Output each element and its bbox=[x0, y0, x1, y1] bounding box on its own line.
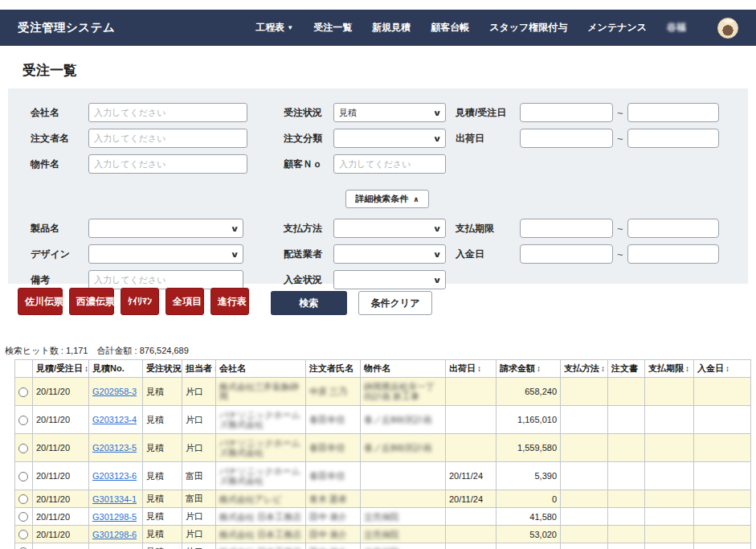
deposit-date-from-input[interactable] bbox=[520, 244, 613, 264]
redacted-company: 株式会社 日本工務店 bbox=[219, 530, 302, 539]
remarks-input[interactable] bbox=[88, 270, 243, 289]
chevron-down-icon: ∨ bbox=[432, 224, 441, 233]
row-radio[interactable] bbox=[18, 387, 28, 397]
col-deposit-date[interactable]: 入金日↕ bbox=[694, 360, 751, 378]
deposit-date-label: 入金日 bbox=[456, 248, 520, 261]
nav-item-staff-permission[interactable]: スタッフ権限付与 bbox=[489, 21, 567, 35]
sort-icon: ↕ bbox=[685, 364, 689, 373]
hit-count-label: 検索ヒット数 : bbox=[5, 346, 66, 355]
sagawa-slip-button[interactable]: 佐川伝票 bbox=[18, 288, 63, 315]
clear-conditions-button[interactable]: 条件クリア bbox=[358, 291, 432, 315]
main-nav: 工程表▼ 受注一覧 新規見積 顧客台帳 スタッフ権限付与 メンテナンス 谷福 bbox=[255, 18, 738, 39]
redacted-orderer: 田中 康介 bbox=[309, 512, 357, 522]
table-row: 20/11/20 G301298-7 見積 片口 株式会社 日本工務店 田中 康… bbox=[15, 543, 751, 549]
quote-no-link[interactable]: G301298-6 bbox=[92, 530, 137, 539]
row-radio[interactable] bbox=[18, 444, 28, 453]
order-status-select[interactable]: 見積 ∨ bbox=[333, 103, 446, 122]
ship-date-from-input[interactable] bbox=[520, 129, 613, 148]
col-ship-date[interactable]: 出荷日↕ bbox=[446, 360, 497, 378]
quote-order-date-to-input[interactable] bbox=[627, 103, 719, 122]
order-results-table: 見積/受注日↕ 見積No. 受注状況 担当者↕ 会社名 注文者氏名 物件名 出荷… bbox=[14, 359, 751, 549]
order-category-select[interactable]: ∨ bbox=[333, 129, 446, 148]
customer-no-input[interactable] bbox=[333, 154, 446, 174]
quote-no-link[interactable]: G301334-1 bbox=[92, 494, 137, 504]
payment-due-from-input[interactable] bbox=[520, 219, 613, 238]
total-value: 876,524,689 bbox=[140, 346, 189, 355]
ship-date-to-input[interactable] bbox=[627, 129, 719, 148]
company-name-label: 会社名 bbox=[31, 106, 88, 120]
col-staff[interactable]: 担当者↕ bbox=[182, 360, 216, 378]
range-tilde: ~ bbox=[617, 223, 623, 235]
orderer-name-input[interactable] bbox=[88, 129, 247, 148]
seino-slip-button[interactable]: 西濃伝票 bbox=[69, 288, 114, 315]
redacted-orderer: 青木 憲孝 bbox=[309, 494, 357, 504]
col-property: 物件名 bbox=[361, 360, 446, 378]
payment-due-to-input[interactable] bbox=[627, 219, 719, 238]
caret-down-icon: ▼ bbox=[287, 24, 293, 31]
nav-item-new-quote[interactable]: 新規見積 bbox=[372, 21, 411, 35]
property-name-input[interactable] bbox=[88, 154, 247, 174]
design-select[interactable]: ∨ bbox=[88, 244, 243, 264]
col-payment-due[interactable]: 支払期限↕ bbox=[645, 360, 694, 378]
table-row: 20/11/20 G301298-6 見積 片口 株式会社 日本工務店 田中 康… bbox=[15, 526, 751, 543]
col-amount[interactable]: 請求金額↕ bbox=[497, 360, 561, 378]
progress-table-button[interactable]: 進行表 bbox=[210, 288, 249, 315]
row-radio[interactable] bbox=[18, 494, 28, 504]
chevron-down-icon: ∨ bbox=[230, 250, 239, 259]
quote-no-link[interactable]: G301298-5 bbox=[92, 512, 137, 522]
chevron-down-icon: ∨ bbox=[432, 250, 441, 259]
col-order-doc: 注文書 bbox=[608, 360, 645, 378]
deposit-status-row: 入金状況 ∨ bbox=[284, 270, 446, 289]
deposit-status-label: 入金状況 bbox=[284, 273, 333, 287]
row-radio[interactable] bbox=[18, 472, 28, 481]
deposit-date-row: 入金日 ~ bbox=[456, 244, 719, 264]
shipper-select[interactable]: ∨ bbox=[333, 244, 446, 264]
nav-item-customer-ledger[interactable]: 顧客台帳 bbox=[431, 21, 469, 35]
quote-no-link[interactable]: G203123-4 bbox=[92, 415, 137, 424]
chevron-down-icon: ∨ bbox=[432, 109, 441, 117]
remarks-label: 備考 bbox=[31, 273, 88, 287]
redacted-property: 春ノ丘B街区計画 bbox=[364, 415, 442, 424]
orderer-name-label: 注文者名 bbox=[31, 132, 88, 145]
table-row: 20/11/20 G202958-3 見積 片口 株式会社三井装飾静岡 中原 三… bbox=[15, 378, 751, 406]
table-row: 20/11/20 G203123-6 見積 富田 パナソニックホームズ株式会社 … bbox=[15, 462, 751, 490]
quote-order-date-row: 見積/受注日 ~ bbox=[456, 103, 719, 122]
user-avatar-icon[interactable] bbox=[717, 18, 738, 39]
chevron-down-icon: ∨ bbox=[230, 224, 239, 233]
nav-item-maintenance[interactable]: メンテナンス bbox=[587, 21, 647, 35]
search-button[interactable]: 検索 bbox=[271, 291, 347, 315]
detail-search-toggle-button[interactable]: 詳細検索条件 ∧ bbox=[345, 190, 429, 208]
redacted-company: 株式会社 日本工務店 bbox=[219, 512, 302, 522]
row-radio[interactable] bbox=[18, 512, 28, 522]
nav-user-name[interactable]: 谷福 bbox=[667, 21, 686, 35]
quote-no-link[interactable]: G203123-5 bbox=[92, 443, 137, 453]
app-title[interactable]: 受注管理システム bbox=[18, 20, 115, 35]
deposit-status-select[interactable]: ∨ bbox=[333, 270, 446, 289]
deposit-date-to-input[interactable] bbox=[627, 244, 719, 264]
redacted-orderer: 春田幸信 bbox=[309, 471, 357, 481]
chevron-down-icon: ∨ bbox=[432, 276, 441, 285]
col-quote-order-date[interactable]: 見積/受注日↕ bbox=[33, 360, 89, 378]
all-items-button[interactable]: 全項目 bbox=[166, 288, 204, 315]
payment-method-select[interactable]: ∨ bbox=[333, 219, 446, 238]
col-payment-method[interactable]: 支払方法↕ bbox=[561, 360, 608, 378]
keiriman-button[interactable]: ｹｲﾘﾏﾝ bbox=[121, 288, 159, 315]
redacted-orderer: 中原 三乃 bbox=[309, 387, 357, 396]
quote-order-date-from-input[interactable] bbox=[520, 103, 613, 122]
product-label: 製品名 bbox=[31, 222, 88, 236]
redacted-company: パナソニックホームズ株式会社 bbox=[219, 410, 302, 429]
ship-date-label: 出荷日 bbox=[456, 132, 520, 145]
product-select[interactable]: ∨ bbox=[88, 219, 243, 238]
company-name-input[interactable] bbox=[88, 103, 247, 122]
row-radio[interactable] bbox=[18, 416, 28, 425]
redacted-property: 立売病院 bbox=[364, 530, 442, 539]
quote-no-link[interactable]: G203123-6 bbox=[92, 471, 137, 481]
quote-no-link[interactable]: G202958-3 bbox=[92, 387, 137, 396]
redacted-company: パナソニックホームズ株式会社 bbox=[219, 466, 302, 485]
row-radio[interactable] bbox=[18, 530, 28, 539]
sort-icon: ↕ bbox=[477, 364, 481, 373]
redacted-property: 立売病院 bbox=[364, 512, 442, 522]
order-status-label: 受注状況 bbox=[284, 106, 333, 120]
nav-item-schedule[interactable]: 工程表▼ bbox=[255, 21, 293, 35]
nav-item-order-list[interactable]: 受注一覧 bbox=[313, 21, 352, 35]
